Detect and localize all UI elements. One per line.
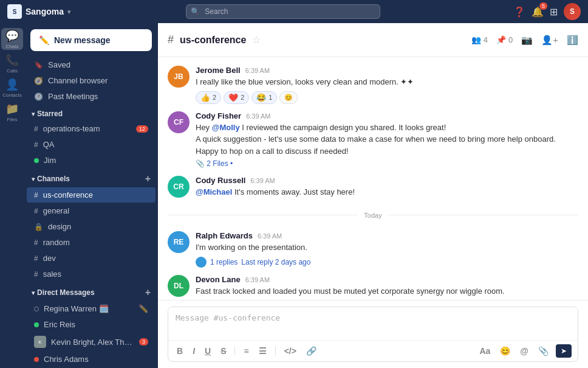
message-text: I'm working on the presentation. — [196, 241, 578, 254]
notification-badge: 5 — [539, 2, 547, 10]
compass-icon: 🧭 — [34, 77, 43, 85]
underline-button[interactable]: U — [202, 345, 213, 357]
search-input[interactable] — [186, 4, 380, 19]
add-dm-button[interactable]: + — [145, 287, 151, 298]
add-channel-button[interactable]: + — [145, 173, 151, 184]
main-chat: # us-conference ☆ 👥 4 📌 0 📷 👤+ ℹ️ — [158, 23, 588, 368]
dm-toggle[interactable]: ▾ — [32, 290, 35, 296]
edit-icon: ✏️ — [39, 35, 49, 45]
sidebar-item-dev[interactable]: # dev — [27, 251, 156, 266]
rail-item-chats[interactable]: 💬 Chats — [1, 28, 23, 50]
header-meta: 👥 4 📌 0 📷 👤+ ℹ️ — [471, 35, 578, 46]
grid-icon[interactable]: ⊞ — [550, 6, 558, 18]
rail-item-files[interactable]: 📁 Files — [1, 101, 23, 123]
pin-icon: 📌 — [496, 35, 506, 44]
toolbar-divider — [234, 347, 235, 355]
hash-icon-general: # — [34, 207, 38, 215]
search-container: 🔍 — [186, 4, 380, 19]
starred-toggle[interactable]: ▾ — [32, 111, 35, 117]
channels-toggle[interactable]: ▾ — [32, 176, 35, 182]
hash-icon-dev: # — [34, 254, 38, 263]
mention: @Michael — [196, 187, 232, 196]
bullet-list-button[interactable]: ☰ — [256, 345, 269, 357]
chats-icon: 💬 — [5, 29, 19, 43]
sidebar-item-jim-starred[interactable]: Jim — [27, 153, 156, 168]
sidebar-item-random[interactable]: # random — [27, 235, 156, 250]
avatar: RE — [168, 231, 190, 253]
rail-item-calls[interactable]: 📞 Calls — [1, 52, 23, 74]
channels-section-header: ▾ Channels + — [24, 168, 158, 187]
message-content: Cody Russell 6:39 AM @Michael It's momen… — [196, 176, 578, 198]
sidebar-item-design[interactable]: 🔒 design — [27, 219, 156, 234]
offline-status-indicator — [34, 307, 39, 311]
sidebar-item-past-meetings[interactable]: 🕐 Past Meetings — [27, 89, 156, 104]
sidebar-item-eric[interactable]: Eric Reis — [27, 317, 156, 332]
app-dropdown-icon[interactable]: ▾ — [67, 9, 70, 15]
message-text: @Michael It's moments away. Just stay he… — [196, 186, 578, 198]
contacts-icon: 👤 — [5, 78, 19, 91]
sidebar-item-general[interactable]: # general — [27, 203, 156, 218]
send-button[interactable]: ➤ — [556, 344, 572, 358]
topbar: S Sangoma ▾ 🔍 ❓ 🔔5 ⊞ S — [0, 0, 588, 23]
video-icon[interactable]: 📷 — [521, 35, 533, 46]
message-text: Hey @Molly I reviewed the campaign desig… — [196, 122, 578, 158]
icon-rail: 💬 Chats 📞 Calls 👤 Contacts 📁 Files — [0, 23, 24, 368]
bookmark-icon: 🔖 — [34, 61, 43, 69]
italic-button[interactable]: I — [190, 345, 197, 357]
reaction[interactable]: 👍2 — [196, 91, 221, 104]
message-text: Fast track locked and loaded you must be… — [196, 285, 578, 297]
reaction-add[interactable]: 😊 — [279, 91, 298, 104]
sidebar-item-sales[interactable]: # sales — [27, 266, 156, 282]
emoji-button[interactable]: 😊 — [497, 345, 513, 357]
attachment-button[interactable]: 📎 — [536, 345, 551, 357]
strikethrough-button[interactable]: S — [218, 345, 228, 357]
hash-icon: # — [34, 125, 38, 133]
format-icon[interactable]: Aa — [477, 345, 493, 357]
pin-count: 📌 0 — [496, 35, 513, 44]
search-icon: 🔍 — [191, 7, 200, 16]
message-header: Ralph Edwards 6:39 AM — [196, 231, 578, 240]
messages-area: JB Jerome Bell 6:39 AM I really like the… — [158, 57, 588, 300]
reply-indicator[interactable]: 1 replies Last reply 2 days ago — [196, 257, 578, 268]
sidebar-item-kevin[interactable]: K Kevin Bright, Alex Thoms... 3 — [27, 333, 156, 351]
link-button[interactable]: 🔗 — [304, 345, 319, 357]
message-content: Jerome Bell 6:39 AM I really like the bl… — [196, 66, 578, 104]
hash-icon-sales: # — [34, 270, 38, 279]
sidebar-item-regina[interactable]: Regina Warren 🗓️ ✏️ — [27, 301, 156, 316]
message-text: I really like the blue version, looks ve… — [196, 76, 578, 88]
hash-icon-random: # — [34, 238, 38, 247]
code-button[interactable]: </> — [282, 345, 299, 357]
sidebar-item-operations-team[interactable]: # operations-team 12 — [27, 121, 156, 136]
new-message-button[interactable]: ✏️ New message — [30, 29, 152, 51]
bold-button[interactable]: B — [174, 345, 185, 357]
app-logo: S Sangoma ▾ — [7, 4, 117, 19]
add-member-icon[interactable]: 👤+ — [541, 35, 558, 46]
sidebar-item-saved[interactable]: 🔖 Saved — [27, 57, 156, 72]
mention-button[interactable]: @ — [518, 345, 531, 357]
message-content: Devon Lane 6:39 AM Fast track locked and… — [196, 275, 578, 300]
files-link[interactable]: 📎 2 Files • — [196, 159, 233, 168]
user-avatar[interactable]: S — [564, 3, 581, 20]
rail-item-contacts[interactable]: 👤 Contacts — [1, 77, 23, 99]
info-icon[interactable]: ℹ️ — [567, 35, 578, 46]
sidebar-item-chris[interactable]: Chris Adams — [27, 352, 156, 367]
notifications-icon[interactable]: 🔔5 — [532, 6, 544, 18]
chat-header: # us-conference ☆ 👥 4 📌 0 📷 👤+ ℹ️ — [158, 23, 588, 57]
online-status-indicator — [34, 158, 39, 163]
sidebar-item-qa[interactable]: # QA — [27, 137, 156, 152]
reaction[interactable]: ❤️2 — [224, 91, 249, 104]
sidebar-item-channel-browser[interactable]: 🧭 Channel browser — [27, 73, 156, 88]
calls-icon: 📞 — [5, 54, 19, 67]
ordered-list-button[interactable]: ≡ — [241, 345, 251, 357]
message-input[interactable] — [168, 307, 578, 338]
online-indicator-eric — [34, 322, 39, 327]
message-row: JB Jerome Bell 6:39 AM I really like the… — [168, 62, 578, 108]
channel-star-icon[interactable]: ☆ — [252, 34, 261, 46]
edit-dm-icon[interactable]: ✏️ — [138, 304, 148, 313]
help-icon[interactable]: ❓ — [513, 6, 525, 18]
sidebar-item-us-conference[interactable]: # us-conference — [27, 187, 156, 203]
toolbar-right: Aa 😊 @ 📎 ➤ — [477, 344, 572, 358]
reaction[interactable]: 😂1 — [251, 91, 277, 104]
message-input-area: B I U S ≡ ☰ </> 🔗 Aa 😊 @ 📎 ➤ — [158, 300, 588, 368]
date-divider: Today — [168, 209, 578, 220]
